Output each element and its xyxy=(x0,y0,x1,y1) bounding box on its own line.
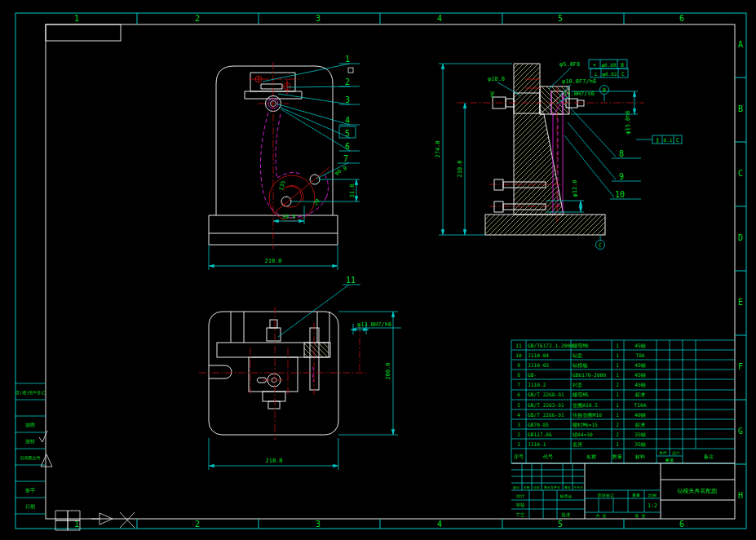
rev-label: 标记 xyxy=(513,485,519,490)
stage-label: 阶段标记 xyxy=(598,493,614,498)
callout-number: 4 xyxy=(345,116,350,125)
bom-cell: 1 xyxy=(616,412,619,418)
title-block: 标记 处数 分区 更改文件号 签名 年月日 设计 标准化 审核 工艺 批准 阶段… xyxy=(511,463,735,519)
left-margin-strip: 借(通)用件登记 描图 描校 旧底图总号 签字 日期 xyxy=(15,383,52,514)
dim-label: φ13.0H7/h6 xyxy=(357,321,391,328)
zone-label: 5 xyxy=(558,14,563,23)
zone-label: 4 xyxy=(437,520,442,529)
callout-number: 2 xyxy=(345,77,350,86)
top-left-extra-box xyxy=(46,24,121,41)
callout-number: 5 xyxy=(345,129,350,138)
zone-label: A xyxy=(738,40,743,49)
bom-cell: 螺母M8 xyxy=(573,343,589,348)
role-label: 设计 xyxy=(516,494,526,498)
zone-label: 6 xyxy=(679,520,684,529)
zone-label: C xyxy=(738,169,743,178)
bom-cell: 2 xyxy=(616,382,619,387)
callout-number: 10 xyxy=(615,190,625,199)
callout-number: 1 xyxy=(345,55,350,64)
dim-label: M6 xyxy=(489,91,495,97)
zone-label: 2 xyxy=(195,520,200,529)
gdt-datum: C xyxy=(621,71,625,77)
bom-cell: 11 xyxy=(515,343,522,348)
callout-number: 9 xyxy=(619,172,624,181)
dim-label: 210.0 xyxy=(457,160,463,177)
bom-cell: J110-03 xyxy=(528,362,549,368)
bom-rows: 11GB/T6172.1-2000螺母M8145钢10J110-04钻套1T8A… xyxy=(515,343,646,447)
dim-label: φ5.0F8 xyxy=(559,61,580,68)
bom-cell: T10A xyxy=(634,402,647,408)
bom-cell: J110-1 xyxy=(528,441,546,447)
datum-label: C xyxy=(599,242,602,249)
strip-label: 签字 xyxy=(25,487,35,493)
role-label: 工艺 xyxy=(516,512,526,517)
fcf-perpendicularity: ⊥ φ0.02 C xyxy=(590,69,628,77)
bom-cell: 2 xyxy=(517,432,520,437)
bom-header: 材料 xyxy=(634,454,645,460)
bom-cell: 标准 xyxy=(634,392,645,398)
callout-number: 6 xyxy=(345,142,350,151)
cad-drawing-sheet: 1 2 3 4 5 6 1 2 3 4 5 6 A B C D E F G H … xyxy=(0,0,756,540)
dim-label: φ12.0 xyxy=(572,179,578,197)
bom-header: 代号 xyxy=(542,454,553,459)
dim-label: 15.0H7/s6 xyxy=(564,91,595,97)
x-mark-icon xyxy=(120,512,135,528)
bom-cell: 螺钉M6×15 xyxy=(573,422,598,427)
rev-label: 更改文件号 xyxy=(544,485,560,489)
bom-cell: 垫圈A10.5 xyxy=(573,402,598,409)
dim-label: φ10.0F7/h6 xyxy=(562,78,596,85)
sheet-no-label: 第 张 xyxy=(634,513,645,519)
bom-cell: 9 xyxy=(517,362,520,368)
scale-value: 1:2 xyxy=(648,502,657,509)
bom-cell: 5 xyxy=(517,402,520,408)
gdt-tolerance: 0.1 xyxy=(664,137,673,143)
bom-header: 名称 xyxy=(586,454,597,460)
zone-label: H xyxy=(738,491,743,500)
scale-label: 比例 xyxy=(648,493,657,498)
role-label: 审核 xyxy=(516,502,526,507)
bom-cell: T8A xyxy=(635,352,644,358)
bom-cell: 螺母M5 xyxy=(573,392,589,397)
bom-cell: 1 xyxy=(616,352,619,358)
zone-label: D xyxy=(738,233,743,242)
fcf-position: ⌖ φ0.08 B xyxy=(589,60,627,69)
zone-label: E xyxy=(738,298,743,307)
cad-canvas: 1 2 3 4 5 6 1 2 3 4 5 6 A B C D E F G H … xyxy=(0,0,756,540)
strip-label: 描校 xyxy=(25,438,35,445)
drawing-title: 钻模夹具装配图 xyxy=(677,488,718,494)
bom-cell: 1 xyxy=(616,441,619,447)
bom-cell: 35钢 xyxy=(634,441,646,447)
small-square-marker xyxy=(348,68,353,73)
sheets-label: 共 张 xyxy=(595,513,606,519)
zone-label: 5 xyxy=(558,520,563,529)
bom-cell: 45钢 xyxy=(634,372,646,378)
dim-label: 200.0 xyxy=(385,362,391,379)
bom-cell: 1 xyxy=(616,402,619,408)
gdt-tolerance: φ0.08 xyxy=(601,62,616,69)
zone-label: F xyxy=(738,362,743,371)
role-label: 标准化 xyxy=(559,494,573,499)
datum-b: B xyxy=(600,86,609,102)
dim-label: 50.8 xyxy=(282,214,296,220)
datum-label: B xyxy=(603,87,606,94)
bom-cell: GB117-86 xyxy=(528,432,552,437)
front-view: 50.8 210.0 31.8 135 20 φ6.0 1 2 3 4 5 6 … xyxy=(209,55,360,270)
bom-cell: 6 xyxy=(517,392,520,397)
bom-cell: 1 xyxy=(616,372,619,378)
callout-number: 7 xyxy=(343,154,348,163)
angle-label: 135 xyxy=(278,180,287,191)
zone-label: G xyxy=(738,427,743,436)
bom-cell: J110-04 xyxy=(528,352,549,358)
bom-cell: 7 xyxy=(517,382,520,387)
bom-cell: 1 xyxy=(616,343,619,348)
bom-header: 单件 xyxy=(659,450,667,455)
bom-cell: 3 xyxy=(517,422,520,427)
bom-cell: GB/T6172.1-2000 xyxy=(528,343,573,348)
zone-label: 3 xyxy=(316,14,321,23)
bom-header: 序号 xyxy=(514,454,524,459)
bom-cell: 40钢 xyxy=(634,412,646,418)
rev-label: 处数 xyxy=(524,485,530,489)
bom-cell: 1 xyxy=(517,441,520,447)
zone-label: 4 xyxy=(437,14,442,23)
strip-label: 借(通)用件登记 xyxy=(15,390,45,396)
